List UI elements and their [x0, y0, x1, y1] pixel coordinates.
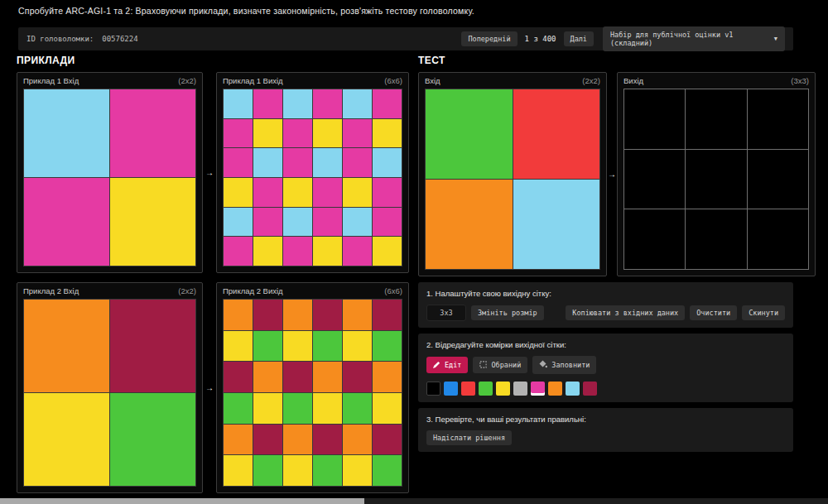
panel-size: (6x6) — [384, 286, 402, 295]
grid-cell — [373, 331, 402, 362]
grid-size-input[interactable] — [426, 305, 466, 321]
reset-button[interactable]: Скинути — [742, 305, 785, 321]
grid-cell — [224, 300, 253, 330]
output-cell[interactable] — [686, 150, 746, 209]
grid-cell — [253, 119, 282, 148]
color-swatch-0[interactable] — [426, 382, 440, 396]
example-1-output-panel: Приклад 1 Вихід (6x6) — [216, 72, 409, 273]
submit-solution-button[interactable]: Надіслати рішення — [426, 430, 512, 446]
example-2-input-grid — [23, 299, 196, 487]
color-swatch-2[interactable] — [461, 382, 475, 396]
grid-cell — [253, 148, 282, 177]
color-swatch-8[interactable] — [566, 382, 580, 396]
test-input-grid — [425, 89, 600, 270]
grid-cell — [313, 148, 342, 177]
video-progress-bar[interactable] — [0, 498, 828, 504]
grid-cell — [253, 178, 282, 207]
puzzle-id-label: ID головоломки: — [26, 35, 94, 43]
grid-cell — [343, 237, 372, 266]
color-swatch-9[interactable] — [583, 382, 597, 396]
color-swatch-6[interactable] — [531, 382, 545, 396]
panel-size: (2x2) — [178, 76, 196, 85]
test-output-grid[interactable] — [623, 89, 809, 270]
grid-cell — [313, 331, 342, 362]
example-2-output-grid — [223, 299, 402, 487]
grid-cell — [513, 180, 600, 269]
transform-arrow-icon: → — [203, 72, 216, 273]
grid-cell — [224, 208, 253, 237]
grid-cell — [313, 208, 342, 237]
grid-cell — [313, 455, 342, 486]
grid-cell — [373, 393, 402, 424]
grid-cell — [373, 178, 402, 207]
resize-button[interactable]: Змініть розмір — [471, 305, 544, 321]
video-progress-played — [0, 498, 364, 504]
color-swatch-4[interactable] — [496, 382, 510, 396]
page-tagline: Спробуйте ARC-AGI-1 та 2: Враховуючи при… — [18, 6, 474, 16]
step-2-title: 2. Відредагуйте комірки вихідної сітки: — [426, 340, 785, 349]
output-cell[interactable] — [686, 89, 746, 149]
grid-cell — [513, 89, 600, 179]
color-swatch-1[interactable] — [444, 382, 458, 396]
color-swatch-3[interactable] — [479, 382, 493, 396]
grid-cell — [343, 148, 372, 177]
copy-from-input-button[interactable]: Копіювати з вхідних даних — [566, 305, 685, 321]
grid-cell — [313, 89, 342, 118]
output-cell[interactable] — [624, 89, 685, 149]
output-cell[interactable] — [748, 89, 808, 149]
dataset-select[interactable]: Набір для публічної оцінки v1 (складний)… — [603, 26, 785, 51]
grid-cell — [343, 393, 372, 424]
grid-cell — [343, 208, 372, 237]
panel-header: Приклад 1 Вихід (6x6) — [217, 73, 408, 88]
grid-cell — [224, 178, 253, 207]
panel-size: (2x2) — [178, 286, 196, 295]
step-2-panel: 2. Відредагуйте комірки вихідної сітки: … — [418, 334, 793, 402]
grid-cell — [373, 148, 402, 177]
grid-cell — [24, 393, 109, 486]
output-cell[interactable] — [686, 209, 746, 269]
output-cell[interactable] — [748, 150, 808, 209]
prev-puzzle-button[interactable]: Попередній — [461, 31, 517, 47]
examples-section: ПРИКЛАДИ Приклад 1 Вхід (2x2) → Приклад … — [17, 55, 411, 493]
test-heading: ТЕСТ — [418, 55, 816, 66]
grid-cell — [110, 178, 195, 266]
grid-cell — [224, 362, 253, 392]
color-swatch-7[interactable] — [548, 382, 562, 396]
color-swatch-5[interactable] — [513, 382, 527, 396]
grid-cell — [343, 331, 372, 362]
grid-cell — [283, 331, 312, 362]
output-cell[interactable] — [748, 209, 808, 269]
grid-cell — [253, 237, 282, 266]
fill-tool-label: Заповнити — [551, 362, 590, 369]
fill-tool-button[interactable]: Заповнити — [532, 356, 596, 374]
grid-cell — [253, 425, 282, 455]
grid-cell — [343, 362, 372, 392]
grid-cell — [313, 119, 342, 148]
toolbar-nav-group: Попередній 1 з 400 Далі Набір для публіч… — [461, 26, 785, 51]
grid-cell — [24, 178, 109, 266]
select-tool-label: Обраний — [491, 362, 521, 369]
clear-button[interactable]: Очистити — [690, 305, 737, 321]
grid-cell — [224, 148, 253, 177]
example-1-row: Приклад 1 Вхід (2x2) → Приклад 1 Вихід (… — [17, 72, 411, 273]
step-1-controls: Змініть розмір Копіювати з вхідних даних… — [426, 305, 785, 321]
grid-cell — [224, 89, 253, 118]
panel-header: Вихід (3x3) — [618, 73, 815, 88]
grid-cell — [373, 425, 402, 455]
step-3-panel: 3. Перевірте, чи ваші результати правиль… — [418, 408, 793, 453]
output-cell[interactable] — [624, 209, 685, 269]
grid-cell — [343, 300, 372, 330]
fill-bucket-icon — [539, 360, 547, 370]
grid-cell — [224, 331, 253, 362]
grid-cell — [283, 89, 312, 118]
step-1-title: 1. Налаштуйте свою вихідну сітку: — [426, 289, 785, 298]
output-cell[interactable] — [624, 150, 685, 209]
panel-size: (6x6) — [384, 76, 402, 85]
test-output-panel: Вихід (3x3) — [617, 72, 816, 276]
next-puzzle-button[interactable]: Далі — [564, 31, 594, 47]
grid-cell — [283, 362, 312, 392]
transform-arrow-icon: → — [203, 282, 216, 493]
grid-cell — [253, 331, 282, 362]
edit-tool-button[interactable]: Едіт — [426, 357, 468, 374]
select-tool-button[interactable]: Обраний — [473, 357, 527, 374]
